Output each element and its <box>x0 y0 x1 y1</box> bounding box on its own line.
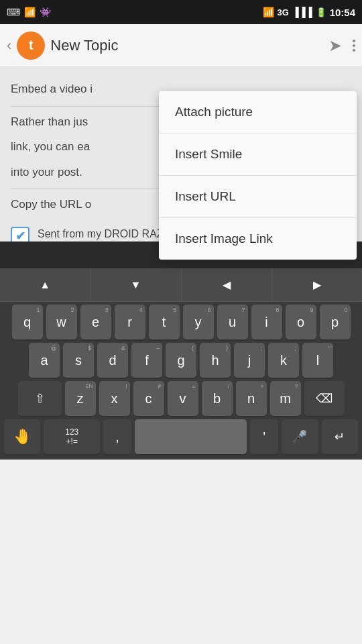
key-w[interactable]: 2w <box>46 305 77 339</box>
dropdown-insert-image-link[interactable]: Insert Image Link <box>159 218 357 260</box>
status-left-icons: ⌨ 📶 👾 <box>7 7 51 17</box>
key-n[interactable]: +n <box>236 381 267 416</box>
nav-right-key[interactable]: ▶ <box>272 268 362 301</box>
key-h[interactable]: )h <box>200 343 231 378</box>
key-y[interactable]: 6y <box>183 305 214 339</box>
key-j[interactable]: :j <box>234 343 265 378</box>
key-r[interactable]: 4r <box>115 305 145 339</box>
backspace-key[interactable]: ⌫ <box>304 381 345 416</box>
key-p[interactable]: 0p <box>320 305 351 339</box>
app-bar-left: ‹ t New Topic <box>7 32 118 60</box>
key-m[interactable]: ?m <box>270 381 301 416</box>
network-label: 3G <box>278 7 289 17</box>
key-row-4: 🤚 123+!= , ' 🎤 ↵ <box>2 419 360 454</box>
dropdown-menu: Attach picture Insert Smile Insert URL I… <box>159 91 357 260</box>
key-i[interactable]: 8i <box>251 305 282 339</box>
sim-status-icon: 📶 <box>24 7 36 17</box>
more-options-button[interactable] <box>353 40 355 52</box>
key-row-1: 1q 2w 3e 4r 5t 6y 7u 8i 9o 0p <box>2 305 360 339</box>
comma-key[interactable]: , <box>103 419 131 454</box>
nav-up-key[interactable]: ▲ <box>0 268 90 301</box>
nav-down-key[interactable]: ▼ <box>90 268 181 301</box>
keyboard: ▲ ▼ ◀ ▶ 1q 2w 3e 4r 5t 6y 7u 8i 9o 0p @a… <box>0 268 362 460</box>
dropdown-attach-picture[interactable]: Attach picture <box>159 91 357 133</box>
signature-checkbox[interactable]: ✔ <box>11 227 29 242</box>
key-s[interactable]: $s <box>63 343 94 378</box>
key-row-3: ⇧ ENz !x #c =v /b +n ?m ⌫ <box>2 381 360 416</box>
key-a[interactable]: @a <box>29 343 60 378</box>
key-k[interactable]: ;k <box>268 343 299 378</box>
key-q[interactable]: 1q <box>12 305 43 339</box>
page-title: New Topic <box>50 37 118 54</box>
app-icon: t <box>17 32 45 60</box>
key-u[interactable]: 7u <box>217 305 248 339</box>
key-b[interactable]: /b <box>202 381 233 416</box>
shift-key[interactable]: ⇧ <box>18 381 62 416</box>
more-dot-3 <box>353 49 355 52</box>
key-o[interactable]: 9o <box>286 305 316 339</box>
space-key[interactable] <box>135 419 247 454</box>
key-c[interactable]: #c <box>133 381 164 416</box>
key-row-2: @a $s &d –f (g )h :j ;k "l <box>2 343 360 378</box>
checkbox-check-icon: ✔ <box>15 229 25 242</box>
status-right-icons: 📶 3G ▐▐▐ 🔋 10:54 <box>263 7 355 18</box>
key-t[interactable]: 5t <box>149 305 180 339</box>
dropdown-insert-smile[interactable]: Insert Smile <box>159 133 357 176</box>
mic-key[interactable]: 🎤 <box>282 419 318 454</box>
key-l[interactable]: "l <box>302 343 333 378</box>
nav-left-key[interactable]: ◀ <box>182 268 272 301</box>
keyboard-nav-row: ▲ ▼ ◀ ▶ <box>0 268 362 302</box>
app-bar: ‹ t New Topic ➤ Attach picture Insert Sm… <box>0 24 362 67</box>
key-g[interactable]: (g <box>166 343 196 378</box>
key-x[interactable]: !x <box>99 381 130 416</box>
wifi-icon: 📶 <box>263 7 274 17</box>
key-f[interactable]: –f <box>131 343 162 378</box>
more-dot-2 <box>353 44 355 47</box>
status-bar: ⌨ 📶 👾 📶 3G ▐▐▐ 🔋 10:54 <box>0 0 362 24</box>
apostrophe-key[interactable]: ' <box>250 419 278 454</box>
key-e[interactable]: 3e <box>80 305 111 339</box>
time-label: 10:54 <box>330 7 355 18</box>
dropdown-insert-url[interactable]: Insert URL <box>159 176 357 218</box>
enter-key[interactable]: ↵ <box>322 419 358 454</box>
app-bar-actions: ➤ <box>328 36 355 55</box>
emoji-key[interactable]: 🤚 <box>4 419 40 454</box>
alien-status-icon: 👾 <box>40 7 51 17</box>
more-dot-1 <box>353 40 355 42</box>
battery-icon: 🔋 <box>316 7 326 17</box>
send-button[interactable]: ➤ <box>328 36 342 55</box>
keyboard-rows: 1q 2w 3e 4r 5t 6y 7u 8i 9o 0p @a $s &d –… <box>0 302 362 460</box>
key-d[interactable]: &d <box>97 343 128 378</box>
keyboard-status-icon: ⌨ <box>7 7 20 17</box>
num-key[interactable]: 123+!= <box>44 419 100 454</box>
signal-icon: ▐▐▐ <box>292 7 312 17</box>
back-button[interactable]: ‹ <box>7 37 11 54</box>
key-v[interactable]: =v <box>168 381 198 416</box>
key-z[interactable]: ENz <box>65 381 96 416</box>
